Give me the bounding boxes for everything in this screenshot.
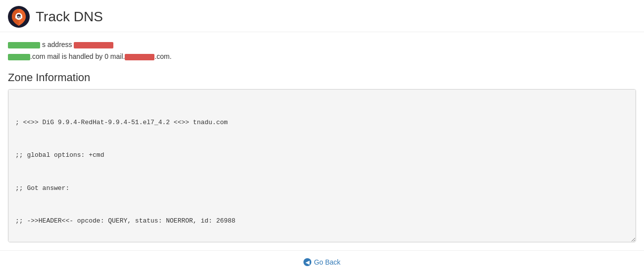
zone-section: Zone Information ; <<>> DiG 9.9.4-RedHat… <box>0 67 644 250</box>
zone-line-2: ;; global options: +cmd <box>15 150 629 161</box>
redacted-domain-2 <box>8 54 30 60</box>
app-logo: DNS <box>8 6 30 28</box>
summary-line2-suffix: .com. <box>154 52 171 60</box>
go-back-icon: ◀ <box>303 258 311 266</box>
zone-content-box[interactable]: ; <<>> DiG 9.9.4-RedHat-9.9.4-51.el7_4.2… <box>8 89 636 242</box>
zone-line-1: ; <<>> DiG 9.9.4-RedHat-9.9.4-51.el7_4.2… <box>15 117 629 128</box>
summary-section: s address .com mail is handled by 0 mail… <box>0 32 644 67</box>
zone-title: Zone Information <box>8 71 636 84</box>
go-back-label: Go Back <box>314 258 341 266</box>
zone-line-3: ;; Got answer: <box>15 183 629 194</box>
go-back-link[interactable]: ◀ Go Back <box>303 258 341 266</box>
page-title: Track DNS <box>36 9 103 25</box>
footer: ◀ Go Back <box>0 250 644 271</box>
summary-line-2: .com mail is handled by 0 mail. .com. <box>8 51 636 62</box>
redacted-mail <box>125 54 154 60</box>
zone-line-4: ;; ->>HEADER<<- opcode: QUERY, status: N… <box>15 216 629 227</box>
redacted-ip-1 <box>74 42 113 48</box>
summary-line1-prefix: s address <box>40 41 74 48</box>
app-header: DNS Track DNS <box>0 0 644 32</box>
svg-text:DNS: DNS <box>15 15 23 19</box>
summary-line-1: s address <box>8 39 636 50</box>
redacted-domain-1 <box>8 42 40 48</box>
summary-line2-text: .com mail is handled by 0 mail. <box>30 52 125 60</box>
